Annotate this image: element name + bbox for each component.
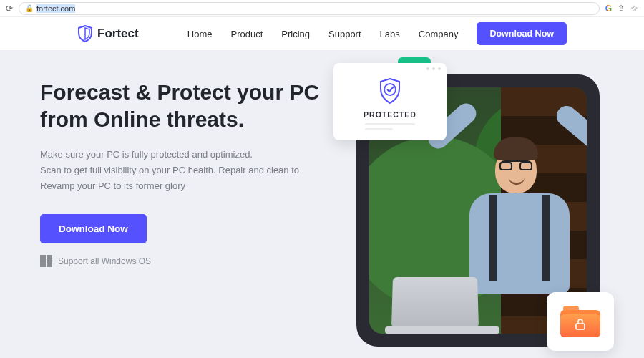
webpage: Fortect Home Product Pricing Support Lab… xyxy=(0,17,644,358)
nav-links: Home Product Pricing Support Labs Compan… xyxy=(187,29,459,39)
browser-url-bar: ⟳ 🔒 fortect.com G ⇪ ☆ xyxy=(0,0,644,17)
nav-support[interactable]: Support xyxy=(328,29,361,39)
brand-name: Fortect xyxy=(97,26,139,41)
lock-icon: 🔒 xyxy=(25,4,34,12)
nav-product[interactable]: Product xyxy=(230,29,263,39)
nav-company[interactable]: Company xyxy=(419,29,459,39)
laptop-illustration xyxy=(385,298,492,334)
nav-labs[interactable]: Labs xyxy=(380,29,400,39)
popup-text-lines xyxy=(365,123,415,133)
locked-folder-card xyxy=(547,292,614,351)
svg-rect-1 xyxy=(576,324,585,329)
top-nav: Fortect Home Product Pricing Support Lab… xyxy=(0,17,644,50)
google-icon[interactable]: G xyxy=(605,4,612,14)
address-input[interactable]: 🔒 fortect.com xyxy=(19,2,600,15)
os-support-text: Support all Windows OS xyxy=(58,256,151,266)
protected-popup: PROTECTED xyxy=(333,63,447,140)
windows-icon xyxy=(40,255,52,267)
protected-label: PROTECTED xyxy=(364,110,416,119)
shield-check-icon xyxy=(378,77,402,107)
folder-icon xyxy=(560,306,600,337)
site-logo[interactable]: Fortect xyxy=(77,25,139,42)
hero-visual: PROTECTED xyxy=(326,50,627,358)
refresh-icon[interactable]: ⟳ xyxy=(6,4,13,14)
svg-point-0 xyxy=(384,84,396,95)
nav-home[interactable]: Home xyxy=(187,29,213,39)
share-icon[interactable]: ⇪ xyxy=(618,4,625,14)
url-text: fortect.com xyxy=(36,4,75,13)
download-button-top[interactable]: Download Now xyxy=(477,22,567,45)
hero-subtext: Make sure your PC is fully protected and… xyxy=(40,147,319,194)
star-icon[interactable]: ☆ xyxy=(630,4,638,14)
hero: Forecast & Protect your PC from Online t… xyxy=(0,50,644,267)
nav-pricing[interactable]: Pricing xyxy=(281,29,310,39)
shield-logo-icon xyxy=(77,25,93,42)
lock-icon xyxy=(574,318,587,334)
popup-window-dots xyxy=(333,67,447,76)
download-button-hero[interactable]: Download Now xyxy=(40,214,147,243)
